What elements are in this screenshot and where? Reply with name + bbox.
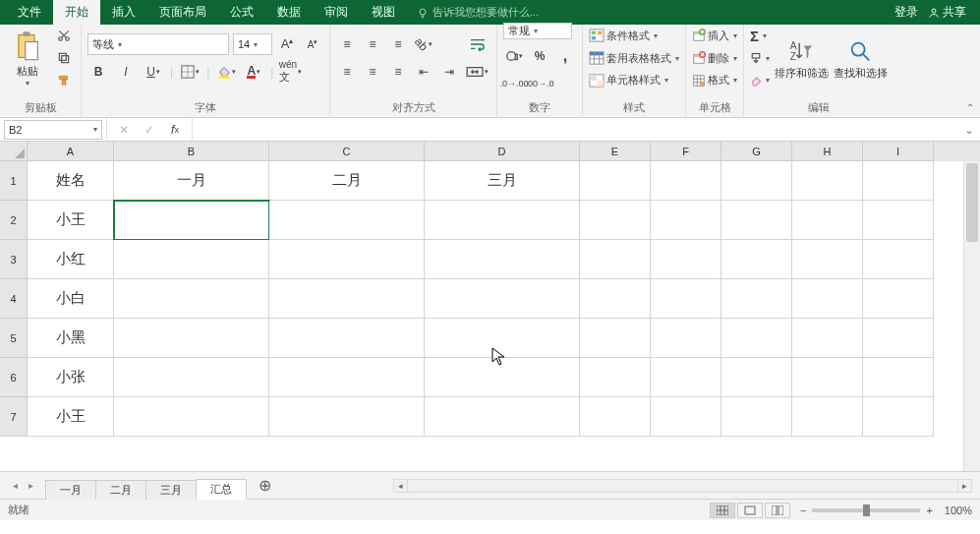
align-right-button[interactable]: ≡ — [387, 61, 409, 83]
cell-F1[interactable] — [651, 161, 721, 201]
expand-formula-bar-button[interactable]: ⌄ — [958, 123, 980, 137]
view-page-break-button[interactable] — [765, 503, 790, 518]
cell-E7[interactable] — [580, 397, 651, 437]
cell-B7[interactable] — [114, 397, 269, 437]
cell-D5[interactable] — [425, 319, 580, 358]
cell-G2[interactable] — [721, 201, 792, 240]
cell-G7[interactable] — [721, 397, 792, 437]
increase-indent-button[interactable]: ⇥ — [438, 61, 460, 83]
cell-H2[interactable] — [792, 201, 863, 240]
column-header-G[interactable]: G — [721, 142, 792, 161]
cell-C6[interactable] — [269, 358, 425, 397]
vertical-scrollbar[interactable] — [963, 161, 980, 471]
share-button[interactable]: 共享 — [928, 4, 966, 21]
cell-F5[interactable] — [651, 319, 721, 358]
cell-A2[interactable]: 小王 — [28, 201, 114, 240]
fill-button[interactable]: ▾ — [750, 49, 770, 68]
cell-F6[interactable] — [651, 358, 721, 397]
row-header-2[interactable]: 2 — [0, 201, 28, 240]
cell-A7[interactable]: 小王 — [28, 397, 114, 437]
cell-H7[interactable] — [792, 397, 863, 437]
paste-button[interactable]: 粘贴 ▾ — [6, 27, 49, 91]
sheet-tab-0[interactable]: 一月 — [45, 480, 96, 500]
view-page-layout-button[interactable] — [737, 503, 763, 518]
autosum-button[interactable]: Σ▾ — [750, 27, 770, 45]
collapse-ribbon-button[interactable]: ⌃ — [966, 102, 974, 113]
accounting-format-button[interactable]: ▾ — [503, 45, 525, 67]
cell-H4[interactable] — [792, 279, 863, 319]
tab-file[interactable]: 文件 — [6, 0, 53, 25]
align-middle-button[interactable]: ≡ — [362, 33, 383, 55]
format-painter-button[interactable] — [53, 71, 75, 89]
cell-F7[interactable] — [651, 397, 721, 437]
enter-formula-button[interactable]: ✓ — [139, 119, 160, 141]
spreadsheet-grid[interactable]: ABCDEFGHI 1姓名一月二月三月2小王3小红4小白5小黑6小张7小王 — [0, 142, 980, 471]
cell-E1[interactable] — [580, 161, 651, 201]
insert-cells-button[interactable]: 插入▾ — [692, 27, 737, 45]
merge-center-button[interactable]: ▾ — [464, 61, 490, 83]
cell-I7[interactable] — [863, 397, 934, 437]
cell-I2[interactable] — [863, 201, 934, 240]
cell-D1[interactable]: 三月 — [425, 161, 580, 201]
phonetic-button[interactable]: wén文▾ — [279, 61, 301, 83]
cut-button[interactable] — [53, 27, 75, 45]
italic-button[interactable]: I — [115, 61, 137, 83]
orientation-button[interactable]: ab▾ — [413, 33, 434, 55]
font-color-button[interactable]: A▾ — [243, 61, 264, 83]
increase-font-button[interactable]: A▴ — [276, 33, 298, 55]
align-center-button[interactable]: ≡ — [362, 61, 383, 83]
row-header-6[interactable]: 6 — [0, 358, 28, 397]
zoom-level[interactable]: 100% — [945, 504, 972, 516]
cell-B1[interactable]: 一月 — [114, 161, 269, 201]
underline-button[interactable]: U▾ — [143, 61, 164, 83]
column-header-E[interactable]: E — [580, 142, 651, 161]
tell-me-search[interactable]: 告诉我您想要做什么... — [417, 5, 539, 20]
format-as-table-button[interactable]: 套用表格格式▾ — [589, 49, 679, 68]
cell-B4[interactable] — [114, 279, 269, 319]
cell-H3[interactable] — [792, 240, 863, 279]
sort-filter-button[interactable]: AZ 排序和筛选 — [774, 27, 829, 91]
cell-E5[interactable] — [580, 319, 651, 358]
cell-H5[interactable] — [792, 319, 863, 358]
align-top-button[interactable]: ≡ — [336, 33, 358, 55]
cell-D6[interactable] — [425, 358, 580, 397]
cell-C1[interactable]: 二月 — [269, 161, 425, 201]
insert-function-button[interactable]: fx — [164, 119, 186, 141]
tab-formulas[interactable]: 公式 — [218, 0, 265, 25]
delete-cells-button[interactable]: 删除▾ — [692, 49, 737, 68]
font-size-combo[interactable]: 14▾ — [233, 33, 272, 55]
tab-review[interactable]: 审阅 — [313, 0, 360, 25]
sheet-nav-prev[interactable]: ◂ — [8, 479, 22, 493]
sheet-tab-3[interactable]: 汇总 — [196, 479, 247, 500]
cancel-formula-button[interactable]: ✕ — [113, 119, 135, 141]
cell-I1[interactable] — [863, 161, 934, 201]
sheet-tab-2[interactable]: 三月 — [145, 480, 197, 500]
row-header-5[interactable]: 5 — [0, 319, 28, 358]
cell-I6[interactable] — [863, 358, 934, 397]
zoom-slider[interactable] — [812, 508, 920, 512]
name-box[interactable]: B2▾ — [4, 120, 102, 140]
cell-F3[interactable] — [651, 240, 721, 279]
add-sheet-button[interactable]: ⊕ — [254, 475, 275, 497]
number-format-combo[interactable]: 常规▾ — [503, 23, 572, 39]
decrease-font-button[interactable]: A▾ — [302, 33, 323, 55]
cell-I5[interactable] — [863, 319, 934, 358]
cell-B6[interactable] — [114, 358, 269, 397]
column-header-H[interactable]: H — [792, 142, 863, 161]
row-header-4[interactable]: 4 — [0, 279, 28, 319]
cell-D2[interactable] — [425, 201, 580, 240]
cell-E6[interactable] — [580, 358, 651, 397]
decrease-indent-button[interactable]: ⇤ — [413, 61, 434, 83]
column-header-I[interactable]: I — [863, 142, 934, 161]
cell-C4[interactable] — [269, 279, 425, 319]
cell-G3[interactable] — [721, 240, 792, 279]
column-header-D[interactable]: D — [425, 142, 580, 161]
cell-C3[interactable] — [269, 240, 425, 279]
cell-E4[interactable] — [580, 279, 651, 319]
fill-color-button[interactable]: ▾ — [215, 61, 237, 83]
cell-C7[interactable] — [269, 397, 425, 437]
zoom-out-button[interactable]: − — [800, 504, 806, 516]
cell-G6[interactable] — [721, 358, 792, 397]
select-all-button[interactable] — [0, 142, 28, 161]
cell-E3[interactable] — [580, 240, 651, 279]
